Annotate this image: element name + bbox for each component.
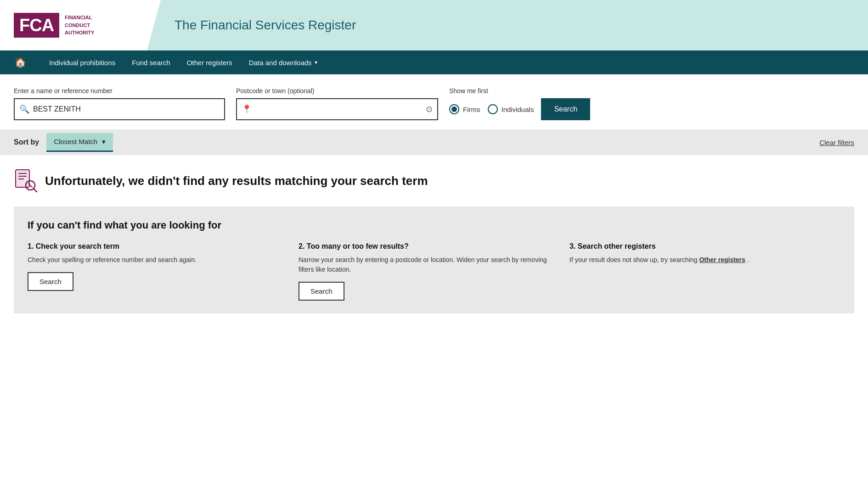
other-registers-link[interactable]: Other registers [699,256,745,263]
show-me-first-group: Show me first Firms Individuals Search [449,87,590,120]
name-field-group: Enter a name or reference number 🔍 [14,87,225,120]
nav-fund-search[interactable]: Fund search [124,52,178,73]
header: FCA FINANCIAL CONDUCT AUTHORITY The Fina… [0,0,868,50]
firms-radio-circle[interactable] [449,104,459,114]
individuals-radio-option[interactable]: Individuals [488,104,534,114]
firms-radio-option[interactable]: Firms [449,104,480,114]
sort-bar: Sort by Closest Match ▾ Clear filters [0,129,868,155]
help-box: If you can't find what you are looking f… [14,207,854,313]
name-input-wrapper: 🔍 [14,98,225,120]
search-section: Enter a name or reference number 🔍 Postc… [0,74,868,129]
fca-acronym-box: FCA [14,13,59,38]
no-results-header: Unfortunately, we didn't find any result… [14,169,854,193]
help-col3-heading: 3. Search other registers [569,242,822,251]
radio-group: Firms Individuals Search [449,98,590,120]
main-nav: 🏠 Individual prohibitions Fund search Ot… [0,50,868,74]
help-search-button-1[interactable]: Search [28,272,73,291]
search-icon: 🔍 [19,104,29,114]
help-col1-heading: 1. Check your search term [28,242,280,251]
help-columns: 1. Check your search term Check your spe… [28,242,840,301]
sort-dropdown[interactable]: Closest Match ▾ [46,133,113,152]
nav-data-downloads[interactable]: Data and downloads ▾ [241,52,326,73]
help-col2-text: Narrow your search by entering a postcod… [299,255,551,274]
fca-acronym: FCA [19,16,54,35]
individuals-radio-circle[interactable] [488,104,498,114]
no-results-icon [14,169,38,193]
name-input-label: Enter a name or reference number [14,87,225,95]
sort-left: Sort by Closest Match ▾ [14,133,113,152]
sort-option-label: Closest Match [54,138,97,145]
sort-by-label: Sort by [14,138,39,146]
fca-full-name: FINANCIAL CONDUCT AUTHORITY [65,14,94,37]
help-col2-heading: 2. Too many or too few results? [299,242,551,251]
fca-logo: FCA FINANCIAL CONDUCT AUTHORITY [14,13,94,38]
help-search-button-2[interactable]: Search [299,282,344,301]
postcode-input-wrapper: 📍 ⊙ [236,98,438,120]
chevron-down-icon: ▾ [102,138,106,146]
page-title: The Financial Services Register [175,18,356,33]
firms-radio-label: Firms [463,106,480,113]
postcode-input-label: Postcode or town (optional) [236,87,438,95]
help-col1-text: Check your spelling or reference number … [28,255,280,265]
help-box-title: If you can't find what you are looking f… [28,219,840,231]
main-search-button[interactable]: Search [541,98,590,120]
results-area: Unfortunately, we didn't find any result… [0,155,868,313]
help-column-1: 1. Check your search term Check your spe… [28,242,299,301]
logo-section: FCA FINANCIAL CONDUCT AUTHORITY [0,0,147,50]
chevron-down-icon: ▾ [315,59,317,66]
gps-icon[interactable]: ⊙ [426,104,433,114]
header-title-section: The Financial Services Register [147,0,868,50]
postcode-field-group: Postcode or town (optional) 📍 ⊙ [236,87,438,120]
location-pin-icon: 📍 [242,104,252,114]
svg-line-5 [34,189,37,192]
help-column-3: 3. Search other registers If your result… [569,242,840,301]
postcode-input[interactable] [255,105,426,113]
home-icon[interactable]: 🏠 [9,50,32,74]
help-column-2: 2. Too many or too few results? Narrow y… [299,242,569,301]
help-col3-text: If your result does not show up, try sea… [569,255,822,265]
show-me-first-label: Show me first [449,87,590,95]
clear-filters-link[interactable]: Clear filters [819,139,854,146]
no-results-message: Unfortunately, we didn't find any result… [45,174,428,188]
nav-other-registers[interactable]: Other registers [179,52,241,73]
nav-individual-prohibitions[interactable]: Individual prohibitions [41,52,124,73]
name-search-input[interactable] [33,105,220,113]
individuals-radio-label: Individuals [502,106,534,113]
